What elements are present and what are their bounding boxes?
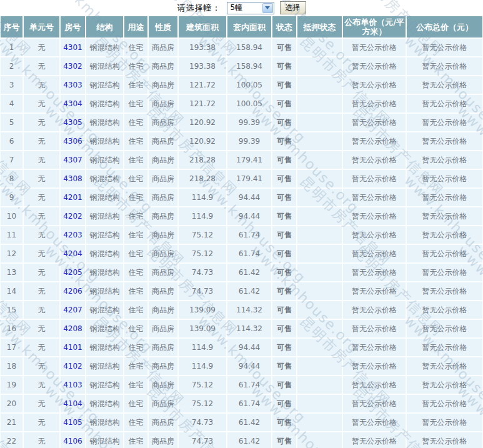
cell-mortgage-status xyxy=(297,301,342,319)
room-link[interactable]: 4103 xyxy=(63,381,82,389)
room-link[interactable]: 4305 xyxy=(63,118,82,127)
cell-mortgage-status xyxy=(297,113,342,132)
cell-nature: 商品房 xyxy=(148,357,178,376)
cell-total-price: 暂无公示价格 xyxy=(406,76,483,94)
cell-room-no: 4303 xyxy=(60,76,86,94)
building-units-page: 请选择幢： 5幢 选择 序号单元号房号结构用途性质建筑面积套内面积状态抵押状态公… xyxy=(0,0,483,448)
cell-room-no: 4308 xyxy=(60,169,86,188)
header-unit-price: 公布单价（元/平方米） xyxy=(342,16,406,38)
room-link[interactable]: 4304 xyxy=(63,99,82,108)
table-row: 2无4302钢混结构住宅商品房193.38158.94可售暂无公示价格暂无公示价… xyxy=(0,57,483,76)
room-link[interactable]: 4303 xyxy=(63,81,82,89)
cell-structure: 钢混结构 xyxy=(86,57,124,76)
cell-building-area: 121.72 xyxy=(178,76,227,94)
cell-unit-price: 暂无公示价格 xyxy=(342,244,406,263)
building-select[interactable]: 5幢 xyxy=(227,2,274,14)
cell-building-area: 75.12 xyxy=(178,244,227,263)
chevron-down-icon[interactable] xyxy=(262,3,273,13)
cell-unit-no: 无 xyxy=(23,338,60,357)
room-link[interactable]: 4201 xyxy=(63,193,82,202)
cell-status: 可售 xyxy=(272,338,297,357)
room-link[interactable]: 4104 xyxy=(63,399,82,408)
cell-nature: 商品房 xyxy=(148,244,178,263)
cell-mortgage-status xyxy=(297,132,342,151)
cell-room-no: 4208 xyxy=(60,319,86,338)
cell-unit-price: 暂无公示价格 xyxy=(342,113,406,132)
cell-inner-area: 114.32 xyxy=(227,319,272,338)
cell-unit-price: 暂无公示价格 xyxy=(342,151,406,169)
room-link[interactable]: 4206 xyxy=(63,287,82,296)
room-link[interactable]: 4101 xyxy=(63,343,82,352)
room-link[interactable]: 4307 xyxy=(63,156,82,164)
cell-mortgage-status xyxy=(297,244,342,263)
cell-usage: 住宅 xyxy=(124,394,148,413)
cell-inner-area: 61.42 xyxy=(227,413,272,432)
cell-building-area: 120.92 xyxy=(178,113,227,132)
cell-status: 可售 xyxy=(272,113,297,132)
room-link[interactable]: 4202 xyxy=(63,212,82,221)
cell-mortgage-status xyxy=(297,151,342,169)
cell-nature: 商品房 xyxy=(148,394,178,413)
cell-unit-no: 无 xyxy=(23,188,60,207)
header-seq: 序号 xyxy=(0,16,23,38)
cell-status: 可售 xyxy=(272,169,297,188)
table-row: 4无4304钢混结构住宅商品房121.72100.05可售暂无公示价格暂无公示价… xyxy=(0,94,483,113)
room-link[interactable]: 4207 xyxy=(63,306,82,314)
room-link[interactable]: 4306 xyxy=(63,137,82,146)
cell-usage: 住宅 xyxy=(124,132,148,151)
select-button[interactable]: 选择 xyxy=(280,1,306,14)
cell-total-price: 暂无公示价格 xyxy=(406,188,483,207)
cell-structure: 钢混结构 xyxy=(86,94,124,113)
room-link[interactable]: 4106 xyxy=(63,437,82,446)
cell-usage: 住宅 xyxy=(124,169,148,188)
building-select-value: 5幢 xyxy=(231,2,243,13)
room-link[interactable]: 4302 xyxy=(63,62,82,71)
cell-building-area: 75.12 xyxy=(178,226,227,244)
room-link[interactable]: 4102 xyxy=(63,362,82,371)
table-row: 1无4301钢混结构住宅商品房193.38158.94可售暂无公示价格暂无公示价… xyxy=(0,38,483,57)
cell-room-no: 4106 xyxy=(60,432,86,448)
cell-unit-no: 无 xyxy=(23,226,60,244)
header-room-no: 房号 xyxy=(60,16,86,38)
units-table: 序号单元号房号结构用途性质建筑面积套内面积状态抵押状态公布单价（元/平方米）公布… xyxy=(0,16,483,448)
room-link[interactable]: 4105 xyxy=(63,418,82,427)
cell-structure: 钢混结构 xyxy=(86,244,124,263)
cell-mortgage-status xyxy=(297,338,342,357)
cell-inner-area: 100.05 xyxy=(227,76,272,94)
cell-nature: 商品房 xyxy=(148,113,178,132)
cell-status: 可售 xyxy=(272,244,297,263)
table-row: 12无4204钢混结构住宅商品房75.1261.74可售暂无公示价格暂无公示价格 xyxy=(0,244,483,263)
room-link[interactable]: 4301 xyxy=(63,43,82,52)
cell-building-area: 74.73 xyxy=(178,263,227,282)
room-link[interactable]: 4208 xyxy=(63,324,82,333)
cell-mortgage-status xyxy=(297,207,342,226)
cell-inner-area: 158.94 xyxy=(227,57,272,76)
cell-mortgage-status xyxy=(297,413,342,432)
cell-unit-no: 无 xyxy=(23,413,60,432)
table-row: 22无4106钢混结构住宅商品房74.7361.42可售暂无公示价格暂无公示价格 xyxy=(0,432,483,448)
cell-seq: 2 xyxy=(0,57,23,76)
table-row: 9无4201钢混结构住宅商品房114.994.44可售暂无公示价格暂无公示价格 xyxy=(0,188,483,207)
room-link[interactable]: 4205 xyxy=(63,268,82,277)
cell-building-area: 218.28 xyxy=(178,169,227,188)
room-link[interactable]: 4308 xyxy=(63,174,82,183)
cell-status: 可售 xyxy=(272,57,297,76)
room-link[interactable]: 4203 xyxy=(63,231,82,239)
cell-usage: 住宅 xyxy=(124,207,148,226)
cell-inner-area: 61.42 xyxy=(227,263,272,282)
table-header-row: 序号单元号房号结构用途性质建筑面积套内面积状态抵押状态公布单价（元/平方米）公布… xyxy=(0,16,483,38)
cell-building-area: 139.09 xyxy=(178,319,227,338)
cell-structure: 钢混结构 xyxy=(86,188,124,207)
cell-status: 可售 xyxy=(272,94,297,113)
cell-status: 可售 xyxy=(272,132,297,151)
cell-mortgage-status xyxy=(297,226,342,244)
cell-room-no: 4203 xyxy=(60,226,86,244)
cell-usage: 住宅 xyxy=(124,357,148,376)
cell-inner-area: 61.74 xyxy=(227,394,272,413)
cell-inner-area: 94.44 xyxy=(227,338,272,357)
cell-nature: 商品房 xyxy=(148,282,178,301)
cell-nature: 商品房 xyxy=(148,38,178,57)
room-link[interactable]: 4204 xyxy=(63,249,82,258)
cell-unit-no: 无 xyxy=(23,357,60,376)
cell-total-price: 暂无公示价格 xyxy=(406,319,483,338)
